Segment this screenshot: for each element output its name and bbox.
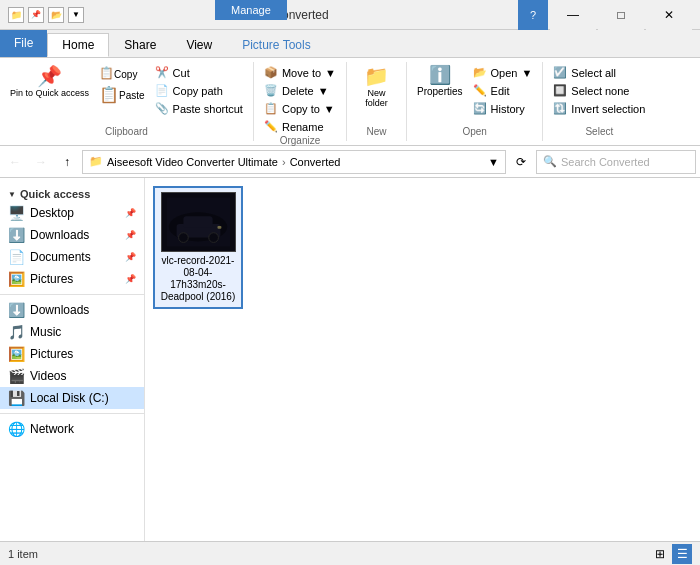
sidebar: ▼ Quick access 🖥️ Desktop 📌 ⬇️ Downloads… [0, 178, 145, 541]
view-controls: ⊞ ☰ [650, 544, 692, 564]
title-bar: 📁 📌 📂 ▼ Manage Converted ? — □ ✕ [0, 0, 700, 30]
history-button[interactable]: 🔄 History [469, 100, 537, 117]
select-all-button[interactable]: ☑️ Select all [549, 64, 649, 81]
copy-to-icon: 📋 [264, 102, 278, 115]
pictures-label-quick: Pictures [30, 272, 73, 286]
address-bar: ← → ↑ 📁 Aiseesoft Video Converter Ultima… [0, 146, 700, 178]
clipboard-items: 📌 Pin to Quick access 📋 Copy 📋 Paste ✂️ … [6, 64, 247, 126]
pin-icon: 📌 [37, 66, 62, 86]
sidebar-item-music[interactable]: 🎵 Music [0, 321, 144, 343]
delete-button[interactable]: 🗑️ Delete ▼ [260, 82, 340, 99]
sidebar-item-pictures[interactable]: 🖼️ Pictures [0, 343, 144, 365]
rename-button[interactable]: ✏️ Rename [260, 118, 340, 135]
sidebar-item-desktop[interactable]: 🖥️ Desktop 📌 [0, 202, 144, 224]
paste-button[interactable]: 📋 Paste [95, 83, 149, 106]
pin-to-quick-access-button[interactable]: 📌 Pin to Quick access [6, 64, 93, 101]
sidebar-item-downloads[interactable]: ⬇️ Downloads [0, 299, 144, 321]
invert-label: Invert selection [571, 103, 645, 115]
file-name: vlc-record-2021-08-04-17h33m20s-Deadpool… [159, 255, 237, 303]
list-view-button[interactable]: ☰ [672, 544, 692, 564]
copy-to-arrow: ▼ [324, 103, 335, 115]
move-arrow: ▼ [325, 67, 336, 79]
network-label: Network [30, 422, 74, 436]
music-icon: 🎵 [8, 324, 24, 340]
refresh-button[interactable]: ⟳ [510, 151, 532, 173]
documents-icon: 📄 [8, 249, 24, 265]
rename-label: Rename [282, 121, 324, 133]
move-icon: 📦 [264, 66, 278, 79]
path-dropdown-icon[interactable]: ▼ [488, 156, 499, 168]
paste-shortcut-label: Paste shortcut [173, 103, 243, 115]
tab-picture-tools[interactable]: Picture Tools [227, 33, 325, 57]
music-label: Music [30, 325, 61, 339]
maximize-button[interactable]: □ [598, 0, 644, 30]
history-icon: 🔄 [473, 102, 487, 115]
sidebar-item-network[interactable]: 🌐 Network [0, 418, 144, 440]
back-button[interactable]: ← [4, 151, 26, 173]
window-controls[interactable]: ? — □ ✕ [518, 0, 692, 30]
paste-icon: 📋 [99, 85, 119, 104]
pin-label: Pin to Quick access [10, 88, 89, 99]
sidebar-item-local-disk[interactable]: 💾 Local Disk (C:) [0, 387, 144, 409]
ribbon: 📌 Pin to Quick access 📋 Copy 📋 Paste ✂️ … [0, 58, 700, 146]
copy-path-button[interactable]: 📄 Copy path [151, 82, 247, 99]
edit-button[interactable]: ✏️ Edit [469, 82, 537, 99]
quick-access-label[interactable]: ▼ Quick access [8, 188, 136, 200]
up-button[interactable]: ↑ [56, 151, 78, 173]
sidebar-item-downloads-quick[interactable]: ⬇️ Downloads 📌 [0, 224, 144, 246]
help-button[interactable]: ? [518, 0, 548, 30]
sidebar-item-documents[interactable]: 📄 Documents 📌 [0, 246, 144, 268]
sidebar-item-pictures-quick[interactable]: 🖼️ Pictures 📌 [0, 268, 144, 290]
delete-label: Delete [282, 85, 314, 97]
downloads-label: Downloads [30, 303, 89, 317]
pin-icon-desktop: 📌 [125, 208, 136, 218]
open-icon: 📂 [473, 66, 487, 79]
copy-to-label: Copy to [282, 103, 320, 115]
ribbon-group-clipboard: 📌 Pin to Quick access 📋 Copy 📋 Paste ✂️ … [0, 62, 254, 141]
pin-icon-pictures: 📌 [125, 274, 136, 284]
content-area: vlc-record-2021-08-04-17h33m20s-Deadpool… [145, 178, 700, 541]
delete-icon: 🗑️ [264, 84, 278, 97]
pictures-label: Pictures [30, 347, 73, 361]
forward-button[interactable]: → [30, 151, 52, 173]
copy-button[interactable]: 📋 Copy [95, 64, 149, 82]
network-icon: 🌐 [8, 421, 24, 437]
paste-label: Paste [119, 90, 145, 101]
tab-share[interactable]: Share [109, 33, 171, 57]
quick-access-icon[interactable]: 📌 [28, 7, 44, 23]
desktop-icon: 🖥️ [8, 205, 24, 221]
grid-view-button[interactable]: ⊞ [650, 544, 670, 564]
paste-shortcut-button[interactable]: 📎 Paste shortcut [151, 100, 247, 117]
file-item[interactable]: vlc-record-2021-08-04-17h33m20s-Deadpool… [153, 186, 243, 309]
tab-file[interactable]: File [0, 29, 47, 57]
open-button[interactable]: 📂 Open ▼ [469, 64, 537, 81]
downloads-label-quick: Downloads [30, 228, 89, 242]
sidebar-item-videos[interactable]: 🎬 Videos [0, 365, 144, 387]
open-label: Open [462, 126, 486, 139]
cut-button[interactable]: ✂️ Cut [151, 64, 247, 81]
sidebar-divider-1 [0, 294, 144, 295]
downloads-icon: ⬇️ [8, 302, 24, 318]
minimize-button[interactable]: — [550, 0, 596, 30]
pin-icon-downloads: 📌 [125, 230, 136, 240]
tab-home[interactable]: Home [47, 33, 109, 57]
new-label: New [366, 126, 386, 139]
properties-icon: ℹ️ [429, 66, 451, 84]
pin-icon-documents: 📌 [125, 252, 136, 262]
new-folder-button[interactable]: 📁 Newfolder [356, 64, 396, 110]
path-root: Aiseesoft Video Converter Ultimate [107, 156, 278, 168]
copy-to-button[interactable]: 📋 Copy to ▼ [260, 100, 340, 117]
window-title: Converted [84, 8, 518, 22]
rename-icon: ✏️ [264, 120, 278, 133]
invert-selection-button[interactable]: 🔃 Invert selection [549, 100, 649, 117]
search-box[interactable]: 🔍 Search Converted [536, 150, 696, 174]
close-button[interactable]: ✕ [646, 0, 692, 30]
move-to-button[interactable]: 📦 Move to ▼ [260, 64, 340, 81]
path-current: Converted [290, 156, 341, 168]
select-none-button[interactable]: 🔲 Select none [549, 82, 649, 99]
tab-view[interactable]: View [171, 33, 227, 57]
open-items: ℹ️ Properties 📂 Open ▼ ✏️ Edit 🔄 History [413, 64, 536, 126]
properties-button[interactable]: ℹ️ Properties [413, 64, 467, 99]
ribbon-group-select: ☑️ Select all 🔲 Select none 🔃 Invert sel… [543, 62, 655, 141]
address-path[interactable]: 📁 Aiseesoft Video Converter Ultimate › C… [82, 150, 506, 174]
